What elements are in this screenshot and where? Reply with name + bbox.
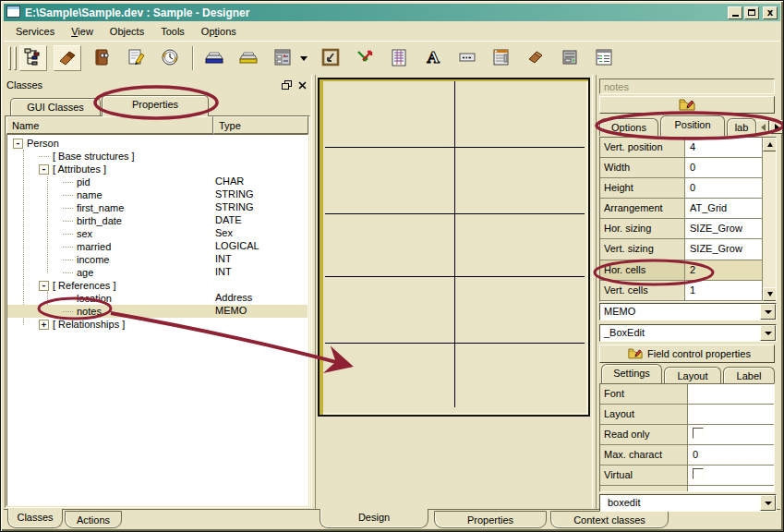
toolbar-button-clock-icon[interactable] — [156, 45, 184, 71]
maximize-button[interactable] — [744, 6, 759, 19]
design-form-canvas[interactable] — [318, 78, 590, 417]
selected-field-box[interactable]: notes — [599, 79, 775, 94]
tab-label-truncated[interactable]: lab — [727, 118, 756, 136]
toolbar-button-report-icon[interactable] — [385, 45, 413, 71]
scroll-up-button[interactable] — [763, 138, 777, 151]
tab-options[interactable]: Options — [599, 118, 658, 136]
menu-view[interactable]: View — [63, 24, 102, 39]
toolbar-grip[interactable] — [8, 46, 11, 70]
toolbar-button-framed-arrow-icon[interactable] — [317, 45, 344, 71]
property-row-width[interactable]: Width0 — [600, 158, 762, 178]
property-row-font[interactable]: Font — [600, 384, 774, 405]
property-value[interactable] — [688, 466, 774, 485]
right-splitter[interactable] — [592, 75, 597, 509]
control-class-combo[interactable]: _BoxEdit — [599, 324, 777, 342]
tree-item-pid[interactable]: pidCHAR — [7, 175, 308, 188]
float-panel-button[interactable] — [280, 79, 294, 91]
property-row-layout[interactable]: Layout — [600, 405, 774, 425]
property-row-max-charact[interactable]: Max. charact0 — [600, 445, 774, 466]
property-grid-scrollbar[interactable] — [762, 138, 776, 301]
property-value[interactable]: 0 — [685, 178, 762, 198]
collapse-icon[interactable]: - — [39, 164, 49, 175]
toolbar-button-drive-blue-icon[interactable] — [200, 45, 228, 71]
tab-scroll-right-button[interactable] — [770, 120, 783, 134]
left-splitter[interactable] — [311, 75, 316, 509]
property-row-height[interactable]: Height0 — [600, 178, 762, 199]
toolbar-button-font-a-icon[interactable]: A — [419, 45, 447, 71]
tab-scroll-left-button[interactable] — [756, 120, 769, 134]
title-bar[interactable]: E:\Sample\Sample.dev : Sample - Designer… — [4, 4, 780, 21]
menu-services[interactable]: Services — [7, 24, 63, 39]
toolbar-button-book-icon[interactable] — [88, 45, 115, 71]
checkbox-read-only[interactable] — [693, 428, 704, 439]
toolbar-grip[interactable] — [14, 46, 17, 70]
tree-item-sex[interactable]: sexSex — [7, 227, 308, 240]
tree-item-attributes[interactable]: -[ Attributes ] — [7, 163, 308, 175]
tab-settings[interactable]: Settings — [601, 364, 662, 383]
tree-item-first-name[interactable]: first_nameSTRING — [7, 201, 308, 214]
property-row-hor-sizing[interactable]: Hor. sizingSIZE_Grow — [600, 219, 762, 239]
close-button[interactable]: x — [763, 6, 778, 19]
field-control-properties-button[interactable]: Field control properties — [599, 345, 775, 363]
property-value[interactable]: SIZE_Grow — [685, 239, 762, 259]
property-row-vert-position[interactable]: Vert. position4 — [600, 138, 762, 158]
tree-item-person[interactable]: -Person — [7, 137, 308, 150]
tab-properties[interactable]: Properties — [102, 95, 209, 116]
property-row-read-only[interactable]: Read only — [600, 425, 774, 445]
toolbar-button-list-window-icon[interactable] — [590, 45, 618, 71]
toolbar-button-swap-arrows-icon[interactable] — [351, 45, 379, 71]
property-value[interactable] — [688, 425, 774, 444]
scroll-down-button[interactable] — [763, 287, 777, 301]
menu-objects[interactable]: Objects — [102, 24, 152, 39]
column-header-name[interactable]: Name — [6, 116, 213, 134]
toolbar-button-form-window-icon[interactable] — [488, 45, 515, 71]
tab-position[interactable]: Position — [660, 115, 725, 136]
toolbar-dropdown-button[interactable] — [297, 45, 310, 71]
toolbar-button-edit-document-icon[interactable] — [122, 45, 150, 71]
toolbar-button-server-icon[interactable] — [556, 45, 584, 71]
tree-item-location[interactable]: locationAddress — [7, 292, 308, 305]
tree-item-base-structures[interactable]: [ Base structures ] — [7, 150, 308, 163]
menu-tools[interactable]: Tools — [152, 24, 193, 39]
combo-dropdown-button[interactable] — [760, 304, 776, 320]
field-type-combo[interactable]: MEMO — [599, 303, 777, 320]
expand-icon[interactable]: + — [39, 320, 49, 330]
combo-dropdown-button[interactable] — [760, 325, 776, 341]
property-value[interactable] — [688, 405, 774, 424]
property-value[interactable]: 4 — [685, 138, 762, 157]
property-row-hor-cells[interactable]: Hor. cells2 — [600, 260, 762, 281]
toolbar-button-hierarchy-icon[interactable] — [19, 45, 47, 71]
property-row-vert-cells[interactable]: Vert. cells1 — [600, 281, 762, 301]
toolbar-button-form-list-icon[interactable] — [269, 45, 296, 71]
collapse-icon[interactable]: - — [39, 281, 49, 291]
control-name-combo[interactable]: boxedit — [599, 494, 777, 512]
property-value[interactable]: SIZE_Grow — [685, 219, 762, 238]
property-row-arrangement[interactable]: ArrangementAT_Grid — [600, 199, 762, 219]
property-value[interactable]: -1 — [688, 486, 774, 492]
tab-properties-center[interactable]: Properties — [434, 511, 547, 528]
tab-classes[interactable]: Classes — [7, 509, 63, 528]
tab-design[interactable]: Design — [320, 509, 428, 528]
tree-item-income[interactable]: incomeINT — [7, 253, 308, 266]
field-properties-button[interactable] — [599, 96, 775, 114]
property-value[interactable] — [688, 384, 774, 404]
tab-label[interactable]: Label — [723, 367, 775, 383]
tree-item-references[interactable]: -[ References ] — [7, 279, 308, 292]
property-value[interactable]: 1 — [685, 281, 762, 300]
column-header-type[interactable]: Type — [213, 116, 308, 134]
tree-item-married[interactable]: marriedLOGICAL — [7, 240, 308, 253]
close-panel-button[interactable] — [296, 79, 309, 91]
property-row-virtual[interactable]: Virtual — [600, 466, 774, 486]
tree-item-relationships[interactable]: +[ Relationships ] — [7, 318, 308, 331]
property-value[interactable]: 2 — [685, 260, 762, 280]
property-value[interactable]: 0 — [688, 445, 774, 465]
tab-context-classes[interactable]: Context classes — [550, 511, 669, 528]
tree-item-birth-date[interactable]: birth_dateDATE — [7, 214, 308, 227]
tab-layout[interactable]: Layout — [664, 367, 721, 383]
combo-dropdown-button[interactable] — [760, 495, 776, 511]
tab-actions[interactable]: Actions — [65, 511, 122, 528]
tree-item-notes[interactable]: notesMEMO — [7, 305, 308, 318]
property-value[interactable]: 0 — [685, 158, 762, 177]
toolbar-button-editbox-icon[interactable] — [453, 45, 481, 71]
classes-panel-header[interactable]: Classes — [6, 77, 309, 93]
